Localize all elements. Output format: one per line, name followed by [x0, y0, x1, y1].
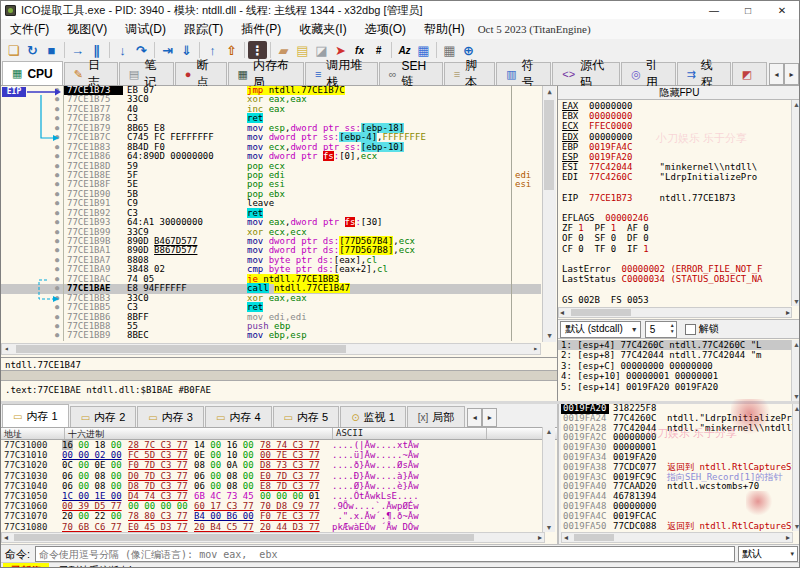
- argument-line[interactable]: 5: [esp+14] 0019FA20 0019FA20: [558, 382, 792, 392]
- dump-row[interactable]: 77C3104006 00 08 00 D8 7D C3 7706 00 08 …: [1, 481, 545, 491]
- argument-line[interactable]: 2: [esp+8] 77C42044 ntdll.77C42044 "m: [558, 350, 792, 360]
- command-mode-select[interactable]: 默认▾: [738, 546, 798, 562]
- tab-dump-2[interactable]: ▭内存 2: [70, 406, 137, 427]
- breakpoint-dot-icon[interactable]: ●: [51, 180, 64, 189]
- dump-row[interactable]: 77C3100016 00 18 00 28 7C C3 7714 00 16 …: [1, 440, 545, 450]
- breakpoint-dot-icon[interactable]: ●: [51, 246, 64, 255]
- menu-item-调[interactable]: 调试(D): [116, 19, 175, 40]
- register-line[interactable]: CF 0 TF 0 IF 1: [558, 244, 786, 254]
- register-line[interactable]: ECX FFEC0000: [558, 121, 786, 131]
- breakpoint-dot-icon[interactable]: ●: [51, 95, 64, 104]
- breakpoint-dot-icon[interactable]: ●: [51, 237, 64, 246]
- breakpoint-dot-icon[interactable]: ●: [51, 152, 64, 161]
- dump-row[interactable]: 77C3103006 00 08 00 D0 7D C3 7706 00 08 …: [1, 471, 545, 481]
- step-deep-icon[interactable]: ⇓: [177, 41, 196, 59]
- unlock-checkbox[interactable]: [685, 324, 696, 335]
- breakpoint-dot-icon[interactable]: ●: [51, 86, 64, 95]
- breakpoint-dot-icon[interactable]: ●: [51, 114, 64, 123]
- run-icon[interactable]: →: [68, 41, 87, 59]
- dump-row[interactable]: 77C3101000 00 02 00FC 5D C3 770E 00 10 0…: [1, 450, 545, 460]
- register-line[interactable]: ZF 1 PF 1 AF 0: [558, 223, 786, 233]
- register-line[interactable]: EBX 00000000: [558, 111, 786, 121]
- tab-cpu[interactable]: ▦CPU: [2, 61, 63, 85]
- breakpoint-dot-icon[interactable]: ●: [51, 284, 64, 293]
- breakpoint-dot-icon[interactable]: ●: [51, 275, 64, 284]
- tab-log[interactable]: ✎日志: [64, 62, 118, 85]
- register-line[interactable]: [558, 284, 786, 294]
- menu-item-帮[interactable]: 帮助(H): [415, 19, 474, 40]
- tab-memory-map[interactable]: ▦内存布局: [228, 62, 304, 85]
- dump-row[interactable]: 77C310501C 00 1E 00D4 74 C3 776B 4C 73 4…: [1, 491, 545, 501]
- register-line[interactable]: EAX 00000000: [558, 101, 786, 111]
- breakpoint-dot-icon[interactable]: ●: [51, 265, 64, 274]
- dump-hscrollbar[interactable]: ◂▸: [1, 532, 545, 543]
- register-line[interactable]: EIP 77CE1B73 ntdll.77CE1B73: [558, 193, 786, 203]
- dump-row[interactable]: 77C3106000 39 D5 7700 00 00 00 60 17 C3 …: [1, 501, 545, 511]
- command-input[interactable]: [35, 546, 735, 562]
- breakpoint-dot-icon[interactable]: ●: [51, 199, 64, 208]
- menu-item-选[interactable]: 选项(O): [356, 19, 415, 40]
- dump-vscrollbar[interactable]: ▲▼: [542, 427, 555, 532]
- register-line[interactable]: ESP 0019FA20: [558, 152, 786, 162]
- stack-hscrollbar[interactable]: ◂▸: [561, 532, 793, 543]
- register-line[interactable]: [558, 203, 786, 213]
- register-line[interactable]: EBP 0019FA4C: [558, 142, 786, 152]
- tab-scroll-right-icon[interactable]: ▸: [784, 63, 799, 85]
- breakpoint-dot-icon[interactable]: ●: [51, 294, 64, 303]
- argument-line[interactable]: 1: [esp+4] 77C4260C ntdll.77C4260C "L: [558, 340, 792, 350]
- arguments-vscrollbar[interactable]: ▲▼: [791, 340, 800, 401]
- tab-call-stack[interactable]: ≡调用堆栈: [305, 62, 378, 85]
- scylla-phone-icon[interactable]: ▦: [414, 41, 433, 59]
- menu-item-收[interactable]: 收藏夹(I): [290, 19, 355, 40]
- register-line[interactable]: GS 002B FS 0053: [558, 295, 786, 305]
- disasm-hscrollbar[interactable]: ◂▸: [1, 343, 541, 355]
- calculator-icon[interactable]: ▦: [440, 41, 459, 59]
- dump-tab-scroll-left-icon[interactable]: ◂: [467, 408, 482, 427]
- tab-symbols[interactable]: ▥符号: [496, 62, 551, 85]
- run-to-user-code-icon[interactable]: ⇧: [222, 41, 241, 59]
- tab-script[interactable]: ≡脚本: [444, 62, 496, 85]
- registers-vscrollbar[interactable]: ▲▼: [791, 100, 800, 306]
- tab-source[interactable]: <>源代码: [552, 62, 620, 85]
- menu-item-插[interactable]: 插件(P): [232, 19, 290, 40]
- open-file-icon[interactable]: ❏: [4, 41, 23, 59]
- breakpoint-dot-icon[interactable]: ●: [51, 256, 64, 265]
- register-line[interactable]: LastError 00000002 (ERROR_FILE_NOT_F: [558, 264, 786, 274]
- breakpoint-dot-icon[interactable]: ●: [51, 105, 64, 114]
- breakpoint-dot-icon[interactable]: ●: [51, 124, 64, 133]
- register-line[interactable]: EDI 77C4260C "LdrpInitializePro: [558, 172, 786, 182]
- dump-row[interactable]: 77C310200C 00 0E 00 F0 7D C3 7708 00 0A …: [1, 460, 545, 470]
- menu-item-视[interactable]: 视图(V): [58, 19, 116, 40]
- breakpoint-dot-icon[interactable]: ●: [51, 209, 64, 218]
- breakpoint-dot-icon[interactable]: ●: [51, 218, 64, 227]
- tab-references[interactable]: ◎引用: [621, 62, 675, 85]
- tab-dump-5[interactable]: ▭内存 5: [273, 406, 340, 427]
- stack-vscrollbar[interactable]: ▲▼: [792, 404, 800, 531]
- disasm-row[interactable]: ●77CE1BB98BECmov ebp,esp: [1, 331, 541, 340]
- minimize-button[interactable]: —: [697, 1, 731, 19]
- register-line[interactable]: EFLAGS 00000246: [558, 213, 786, 223]
- tab-threads[interactable]: ⇉线程: [677, 62, 731, 85]
- disasm-splitter[interactable]: [1, 370, 557, 381]
- breakpoint-dot-icon[interactable]: ●: [51, 228, 64, 237]
- restart-icon[interactable]: ↻: [23, 41, 42, 59]
- close-button[interactable]: ✕: [765, 1, 799, 19]
- breakpoint-dot-icon[interactable]: ●: [51, 190, 64, 199]
- breakpoint-dot-icon[interactable]: ●: [51, 322, 64, 331]
- tab-notes[interactable]: ▤笔记: [119, 62, 174, 85]
- disasm-vscrollbar[interactable]: ▲▼: [542, 86, 556, 342]
- tab-scroll-left-icon[interactable]: ◂: [769, 63, 784, 85]
- register-line[interactable]: OF 0 SF 0 DF 0: [558, 233, 786, 243]
- tab-seh[interactable]: ∞SEH链: [379, 62, 443, 85]
- registers-hscrollbar[interactable]: ◂▸: [558, 307, 792, 318]
- text-az-icon[interactable]: Az: [395, 41, 414, 59]
- tab-watch-1[interactable]: ⊙监视 1: [340, 406, 406, 427]
- breakpoint-dot-icon[interactable]: ●: [51, 313, 64, 322]
- tab-dump-1[interactable]: ▭内存 1: [2, 404, 69, 427]
- hide-fpu-button[interactable]: 隐藏FPU: [558, 86, 800, 100]
- register-line[interactable]: ESI 77C42044 "minkernel\\ntdll\: [558, 162, 786, 172]
- breakpoint-dot-icon[interactable]: ●: [51, 133, 64, 142]
- stack-row[interactable]: 0019FA5077CDC088返回到 ntdll.RtlCaptureStac…: [561, 522, 793, 531]
- tab-dump-4[interactable]: ▭内存 4: [205, 406, 272, 427]
- breakpoint-dot-icon[interactable]: ●: [51, 331, 64, 340]
